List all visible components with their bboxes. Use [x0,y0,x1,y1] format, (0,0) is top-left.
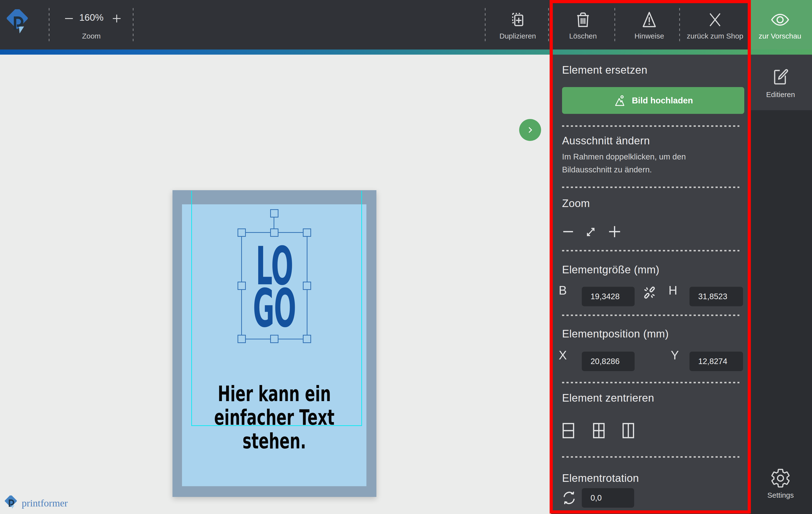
width-field-label: B [557,283,568,297]
element-position-heading: Elementposition (mm) [562,328,669,340]
resize-handle-mid-left[interactable] [237,281,246,290]
sample-text-line: Hier kann ein [198,382,351,405]
zoom-section-heading: Zoom [562,197,590,210]
section-divider [562,382,740,383]
upload-image-label: Bild hochladen [632,96,693,105]
y-field-label: Y [669,348,680,362]
footer-brand[interactable]: printformer [4,495,68,511]
duplicate-icon [508,10,528,31]
section-divider [562,125,740,127]
toolbar-divider [548,8,549,42]
chevron-right-icon [524,124,536,136]
change-crop-description: Im Rahmen doppelklicken, um den Bildauss… [562,150,686,176]
width-input[interactable] [582,287,635,306]
duplicate-button[interactable]: Duplizieren [490,0,546,50]
collapse-panel-button[interactable] [519,119,541,141]
toolbar-divider [49,8,50,42]
section-divider [562,250,740,251]
toolbar-divider [614,8,615,42]
element-zoom-in-button[interactable] [607,225,623,239]
selection-bounding-box [241,232,308,340]
duplicate-label: Duplizieren [499,32,536,40]
edit-mode-tab[interactable]: Editieren [749,55,812,110]
resize-handle-bottom-left[interactable] [237,335,246,343]
preview-label: zur Vorschau [759,32,801,40]
resize-handle-bottom-right[interactable] [303,335,311,343]
x-position-input[interactable] [582,352,635,371]
sample-text-line: stehen. [198,429,351,453]
gear-icon [770,468,791,490]
footer-brand-name: printformer [22,497,68,509]
close-icon [705,10,725,31]
settings-tab[interactable]: Settings [749,467,812,514]
center-element-heading: Element zentrieren [562,392,654,404]
x-field-label: X [557,348,568,362]
delete-label: Löschen [569,32,597,40]
printformer-editor: 160% Zoom Duplizieren [0,0,812,514]
unlink-aspect-ratio-button[interactable] [641,284,658,302]
zoom-in-button[interactable] [109,13,121,23]
image-upload-icon [613,94,627,107]
zoom-level-value: 160% [78,12,105,23]
delete-button[interactable]: Löschen [555,0,611,50]
y-position-input[interactable] [690,352,743,371]
height-input[interactable] [690,287,743,306]
resize-handle-mid-right[interactable] [303,281,311,290]
section-divider [562,456,740,458]
element-size-heading: Elementgröße (mm) [562,264,660,276]
element-properties-panel: Element ersetzen Bild hochladen Ausschni… [551,55,749,514]
printformer-logo-icon [6,9,29,40]
back-to-shop-label: zurück zum Shop [687,32,743,40]
height-field-label: H [668,283,678,297]
brand-gradient-bar [0,50,812,55]
toolbar-divider [133,8,134,42]
rotation-icon [560,489,578,508]
edit-icon [771,65,790,87]
center-horizontally-button[interactable] [618,421,638,441]
toolbar-divider [679,8,680,42]
resize-handle-bottom-center[interactable] [270,335,279,343]
hints-label: Hinweise [634,32,664,40]
eye-icon [769,10,791,31]
mode-sidebar: Editieren Settings [749,55,812,514]
section-divider [562,315,740,316]
resize-handle-top-left[interactable] [237,228,246,237]
trash-icon [573,10,593,31]
back-to-shop-button[interactable]: zurück zum Shop [682,0,748,50]
element-zoom-fit-button[interactable] [583,225,599,239]
rotation-input[interactable] [582,488,634,508]
sample-text-element[interactable]: Hier kann ein einfacher Text stehen. [198,382,351,453]
resize-handle-top-center[interactable] [270,228,279,237]
center-vertically-button[interactable] [559,421,578,441]
element-zoom-out-button[interactable] [561,225,577,239]
zoom-out-button[interactable] [62,13,73,23]
center-both-button[interactable] [589,421,609,441]
warning-icon [639,10,659,31]
preview-button[interactable]: zur Vorschau [748,0,812,50]
resize-handle-top-right[interactable] [303,228,311,237]
replace-element-heading: Element ersetzen [562,64,647,76]
upload-image-button[interactable]: Bild hochladen [562,87,744,114]
printformer-footer-logo-icon [4,495,18,511]
element-rotation-heading: Elementrotation [562,472,639,484]
settings-label: Settings [749,491,812,499]
change-crop-heading: Ausschnitt ändern [562,135,650,147]
section-divider [562,187,740,188]
edit-mode-label: Editieren [749,90,812,99]
rotation-handle[interactable] [270,209,279,217]
toolbar-divider [485,8,486,42]
printformer-logo-icon[interactable] [6,9,29,41]
top-toolbar: 160% Zoom Duplizieren [0,0,812,50]
zoom-label: Zoom [78,32,105,40]
hints-button[interactable]: Hinweise [622,0,677,50]
sample-text-line: einfacher Text [198,405,351,429]
